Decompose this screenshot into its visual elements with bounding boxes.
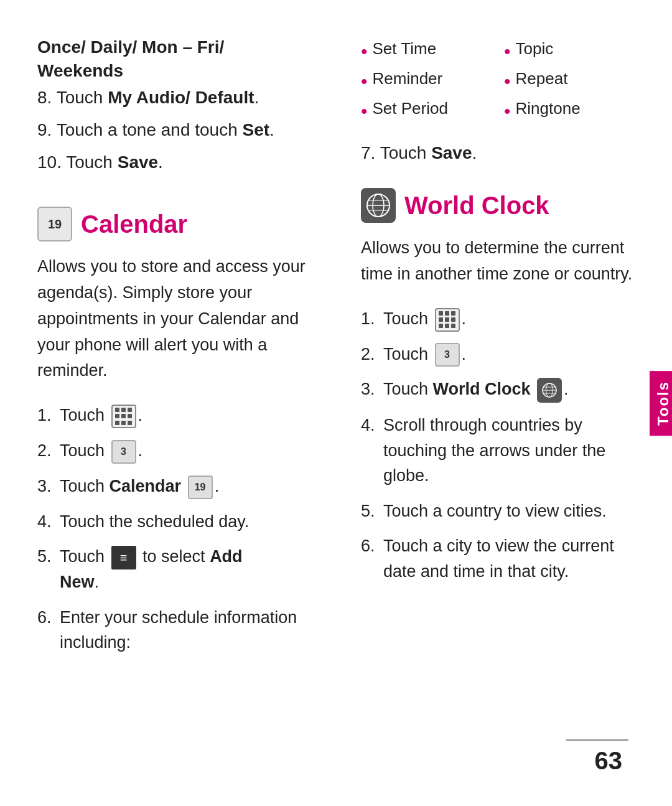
cal-step-1: 1. Touch . (37, 403, 311, 428)
grid-icon-1 (111, 405, 136, 428)
worldclock-section-heading: World Clock (361, 188, 635, 223)
calendar-description: Allows you to store and access your agen… (37, 254, 311, 384)
wc-step-6: 6. Touch a city to view the current date… (361, 533, 635, 584)
page-container: Once/ Daily/ Mon – Fri/ Weekends 8. Touc… (0, 0, 672, 806)
cal3-icon-2: 3 (435, 343, 460, 367)
bullet-topic: • Topic (504, 37, 635, 65)
cal-step-4: 4. Touch the scheduled day. (37, 509, 311, 535)
schedule-line1: Once/ Daily/ Mon – Fri/ (37, 37, 311, 57)
cal-step-2: 2. Touch 3. (37, 438, 311, 464)
menu-icon: ≡ (111, 546, 136, 569)
page-divider (566, 739, 628, 741)
calendar-title: Calendar (81, 210, 187, 238)
cal-step-6: 6. Enter your schedule information inclu… (37, 605, 311, 655)
worldclock-description: Allows you to determine the current time… (361, 235, 635, 288)
wc-step-3: 3. Touch World Clock . (361, 377, 635, 403)
bullet-reminder: • Reminder (361, 67, 492, 95)
bullet-repeat: • Repeat (504, 67, 635, 95)
step-7: 7. Touch Save. (361, 143, 635, 163)
bullet-set-time: • Set Time (361, 37, 492, 65)
cal19-icon: 19 (188, 476, 213, 499)
wc-step-5: 5. Touch a country to view cities. (361, 499, 635, 524)
right-column: • Set Time • Topic • Reminder • Repeat • (348, 37, 635, 769)
top-schedule-items: Once/ Daily/ Mon – Fri/ Weekends 8. Touc… (37, 37, 311, 176)
calendar-icon: 19 (37, 207, 72, 241)
worldclock-inline-icon (537, 378, 562, 403)
wc-step-2: 2. Touch 3. (361, 342, 635, 367)
bullet-section: • Set Time • Topic • Reminder • Repeat • (361, 37, 635, 163)
grid-icon-2 (435, 308, 460, 332)
step-8: 8. Touch My Audio/ Default. (37, 85, 311, 111)
left-column: Once/ Daily/ Mon – Fri/ Weekends 8. Touc… (37, 37, 324, 769)
bullet-set-period: • Set Period (361, 97, 492, 124)
schedule-line2: Weekends (37, 61, 311, 81)
cal-step-3: 3. Touch Calendar 19. (37, 474, 311, 499)
tools-sidebar-tab: Tools (650, 370, 672, 435)
worldclock-title: World Clock (404, 192, 549, 220)
cal3-icon-1: 3 (111, 440, 136, 464)
feature-bullets: • Set Time • Topic • Reminder • Repeat • (361, 37, 635, 124)
bullet-ringtone: • Ringtone (504, 97, 635, 124)
calendar-section-heading: 19 Calendar (37, 207, 311, 241)
step-10: 10. Touch Save. (37, 149, 311, 176)
step-9: 9. Touch a tone and touch Set. (37, 117, 311, 143)
page-number: 63 (595, 747, 623, 775)
wc-step-4: 4. Scroll through countries by touching … (361, 413, 635, 489)
cal-step-5: 5. Touch ≡ to select AddNew. (37, 544, 311, 594)
worldclock-icon (361, 188, 396, 223)
wc-step-1: 1. Touch . (361, 306, 635, 332)
